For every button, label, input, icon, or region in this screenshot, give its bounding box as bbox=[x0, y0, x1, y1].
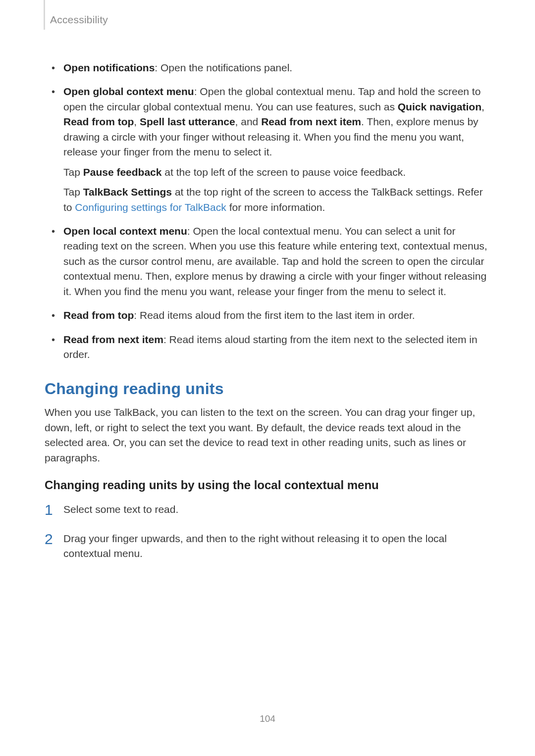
text-run: for more information. bbox=[226, 202, 325, 213]
text-run: , and bbox=[235, 116, 262, 127]
text-run: : Read items aloud from the first item t… bbox=[134, 309, 415, 321]
section-body: When you use TalkBack, you can listen to… bbox=[45, 405, 490, 465]
bold-text: Read from top bbox=[63, 116, 134, 127]
step-text: Drag your finger upwards, and then to th… bbox=[63, 533, 447, 559]
bullet-item: Open global context menu: Open the globa… bbox=[63, 84, 490, 215]
bullet-list: Open notifications: Open the notificatio… bbox=[45, 60, 490, 362]
bullet-sub-paragraph: Tap TalkBack Settings at the top right o… bbox=[63, 185, 490, 215]
step-item: 1Select some text to read. bbox=[63, 502, 490, 517]
bullet-sub-paragraph: Tap Pause feedback at the top left of th… bbox=[63, 165, 490, 180]
bold-text: Read from next item bbox=[261, 116, 361, 127]
bold-text: Open notifications bbox=[63, 62, 155, 73]
bold-text: TalkBack Settings bbox=[83, 186, 172, 198]
bullet-item: Open notifications: Open the notificatio… bbox=[63, 60, 490, 75]
bullet-item: Open local context menu: Open the local … bbox=[63, 224, 490, 299]
link-text[interactable]: Configuring settings for TalkBack bbox=[75, 202, 226, 213]
header-rule bbox=[44, 0, 45, 30]
text-run: , bbox=[482, 101, 484, 112]
text-run: , bbox=[134, 116, 140, 127]
text-run: at the top left of the screen to pause v… bbox=[161, 166, 406, 178]
bullet-item: Read from top: Read items aloud from the… bbox=[63, 308, 490, 323]
step-text: Select some text to read. bbox=[63, 504, 178, 515]
subheading: Changing reading units by using the loca… bbox=[45, 478, 490, 492]
section-heading: Changing reading units bbox=[45, 380, 490, 398]
step-number: 2 bbox=[45, 528, 53, 550]
header-title: Accessibility bbox=[50, 14, 108, 26]
page: Accessibility Open notifications: Open t… bbox=[0, 0, 535, 756]
steps-list: 1Select some text to read.2Drag your fin… bbox=[45, 502, 490, 561]
text-run: Tap bbox=[63, 166, 83, 178]
bold-text: Open local context menu bbox=[63, 225, 187, 237]
page-number: 104 bbox=[0, 713, 535, 724]
text-run: : Open the notifications panel. bbox=[155, 62, 292, 73]
bullet-item: Read from next item: Read items aloud st… bbox=[63, 332, 490, 362]
text-run: Tap bbox=[63, 186, 83, 198]
bold-text: Read from next item bbox=[63, 334, 163, 345]
step-item: 2Drag your finger upwards, and then to t… bbox=[63, 531, 490, 561]
content-area: Open notifications: Open the notificatio… bbox=[45, 11, 490, 561]
bold-text: Read from top bbox=[63, 309, 134, 321]
bold-text: Spell last utterance bbox=[140, 116, 235, 127]
bold-text: Pause feedback bbox=[83, 166, 162, 178]
bold-text: Quick navigation bbox=[398, 101, 482, 112]
step-number: 1 bbox=[45, 499, 53, 521]
bold-text: Open global context menu bbox=[63, 86, 194, 97]
